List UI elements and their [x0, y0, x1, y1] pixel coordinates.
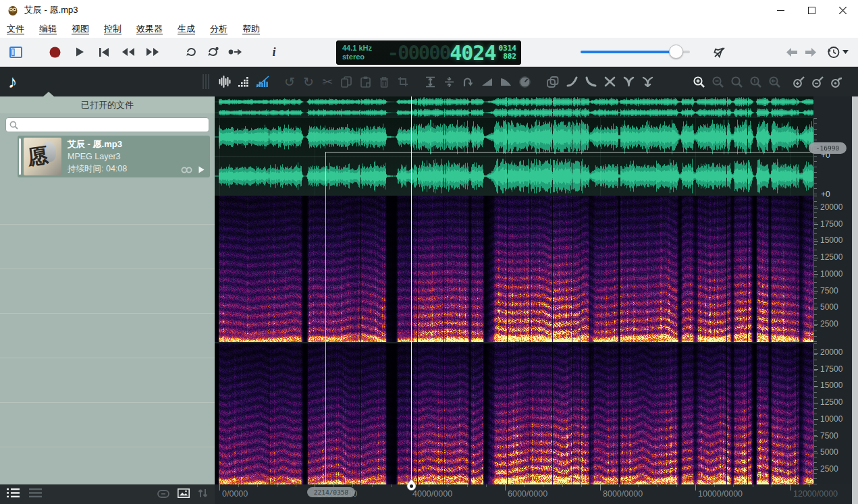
clone-button[interactable]: [546, 67, 560, 96]
vertical-scrollbar[interactable]: [852, 96, 858, 504]
timeline-label: 6000/0000: [508, 489, 547, 499]
menu-generate[interactable]: 生成: [178, 23, 195, 35]
zoom-one-to-one-button[interactable]: [749, 67, 762, 96]
delete-button[interactable]: [377, 67, 391, 96]
search-box[interactable]: [5, 117, 209, 132]
freq-tick: [814, 324, 818, 325]
volume-slider[interactable]: [581, 38, 690, 66]
cut-button[interactable]: ✂: [321, 67, 334, 96]
file-list-item-selected[interactable]: 愿 艾辰 - 愿.mp3 MPEG Layer3 持续时间: 04:08: [18, 136, 210, 177]
timeline-tick: [219, 484, 220, 491]
amplify-button[interactable]: [423, 67, 437, 96]
freq-tick-label: 15000: [820, 381, 842, 390]
paste-button[interactable]: [358, 67, 372, 96]
record-button[interactable]: [47, 38, 62, 66]
detail-list-view-button[interactable]: [7, 488, 20, 501]
waveform-display[interactable]: [215, 118, 813, 196]
merge-button[interactable]: [641, 67, 654, 96]
minimize-button[interactable]: [765, 0, 796, 20]
waveform-view-button[interactable]: [218, 67, 232, 96]
play-button[interactable]: [72, 38, 87, 66]
history-forward-button[interactable]: [803, 38, 818, 66]
zoom-selection-button[interactable]: [768, 67, 781, 96]
freq-tick-label: 20000: [820, 347, 842, 357]
toolbar-drag-handle[interactable]: [199, 67, 213, 96]
amplitude-scale[interactable]: +0 +0: [813, 118, 852, 196]
frequency-scale-left[interactable]: 2000017500150001250010000750050002500: [813, 196, 852, 342]
zoom-out-button[interactable]: [711, 67, 724, 96]
spectrogram-view-button[interactable]: [237, 67, 250, 96]
spectrogram-right-channel[interactable]: [215, 343, 813, 484]
rewind-button[interactable]: [119, 38, 137, 66]
freq-tick-label: 7500: [820, 431, 838, 441]
menu-view[interactable]: 视图: [72, 23, 89, 35]
fade-in-button[interactable]: [480, 67, 493, 96]
toggle-sidebar-button[interactable]: [7, 38, 24, 66]
show-artwork-button[interactable]: [178, 488, 190, 501]
maximize-button[interactable]: [796, 0, 827, 20]
redo-button[interactable]: ↻: [302, 67, 315, 96]
trim-button[interactable]: [396, 67, 410, 96]
menu-analyze[interactable]: 分析: [210, 23, 227, 35]
history-menu-button[interactable]: [826, 38, 850, 66]
overview-waveform[interactable]: [215, 96, 813, 118]
link-files-button[interactable]: [157, 488, 169, 501]
loop-selection-button[interactable]: [205, 38, 221, 66]
freq-tick: [814, 369, 818, 370]
play-file-icon[interactable]: [198, 166, 205, 173]
loop-playback-button[interactable]: [183, 38, 199, 66]
combined-view-button[interactable]: [256, 67, 269, 96]
search-icon: [9, 121, 18, 130]
search-input[interactable]: [21, 118, 209, 132]
album-art: 愿: [24, 138, 61, 175]
history-back-button[interactable]: [784, 38, 799, 66]
skip-to-start-button[interactable]: [97, 38, 111, 66]
reverse-button[interactable]: [461, 67, 475, 96]
menu-edit[interactable]: 编辑: [39, 23, 57, 35]
gain-knob-button[interactable]: [518, 67, 531, 96]
freq-tick: [814, 419, 818, 420]
zoom-fit-button[interactable]: [730, 67, 743, 96]
compact-list-view-button[interactable]: [29, 488, 42, 501]
selection-indicator: [19, 138, 21, 175]
window-title: 艾辰 - 愿.mp3: [24, 4, 78, 16]
vertical-zoom-reset-button[interactable]: [830, 67, 843, 96]
curve-down-button[interactable]: [584, 67, 597, 96]
volume-knob[interactable]: [669, 45, 683, 59]
timeline-label: 8000/0000: [603, 489, 643, 499]
undo-button[interactable]: ↺: [283, 67, 296, 96]
compress-button[interactable]: [442, 67, 456, 96]
timeline-ruler[interactable]: 2214/0358 0/00002000/00004000/00006000/0…: [215, 484, 852, 504]
mute-icon[interactable]: [711, 38, 728, 66]
close-button[interactable]: [827, 0, 858, 20]
spectrogram-left-channel[interactable]: [215, 196, 813, 342]
menu-effects[interactable]: 效果器: [136, 23, 163, 35]
freq-tick-label: 17500: [820, 219, 842, 229]
freq-tick-label: 5000: [820, 302, 838, 312]
menu-control[interactable]: 控制: [104, 23, 122, 35]
freq-tick-label: 5000: [820, 447, 838, 457]
menu-help[interactable]: 帮助: [242, 23, 260, 35]
crossfade-button[interactable]: [603, 67, 616, 96]
selection-edge-vertical[interactable]: [325, 152, 326, 484]
play-from-cursor-button[interactable]: [226, 38, 244, 66]
copy-button[interactable]: [340, 67, 353, 96]
fast-forward-button[interactable]: [144, 38, 161, 66]
sort-files-button[interactable]: [198, 488, 208, 501]
info-button[interactable]: i: [267, 38, 281, 66]
audio-file-tab-icon[interactable]: ♪: [8, 72, 18, 92]
playhead-line[interactable]: [411, 96, 412, 484]
titlebar: 艾辰 - 愿.mp3: [0, 0, 858, 20]
playhead-pin[interactable]: [406, 479, 417, 491]
volume-fill: [581, 51, 676, 53]
vertical-scale-column: +0 +0 2000017500150001250010000750050002…: [813, 96, 852, 484]
menu-file[interactable]: 文件: [7, 23, 24, 35]
curve-up-button[interactable]: [565, 67, 579, 96]
vertical-zoom-out-button[interactable]: [811, 67, 824, 96]
channel-mode-label: stereo: [342, 53, 387, 61]
split-button[interactable]: [622, 67, 635, 96]
zoom-in-button[interactable]: [692, 67, 705, 96]
fade-out-button[interactable]: [499, 67, 512, 96]
vertical-zoom-in-button[interactable]: [792, 67, 805, 96]
frequency-scale-right[interactable]: 2000017500150001250010000750050002500: [813, 343, 852, 484]
